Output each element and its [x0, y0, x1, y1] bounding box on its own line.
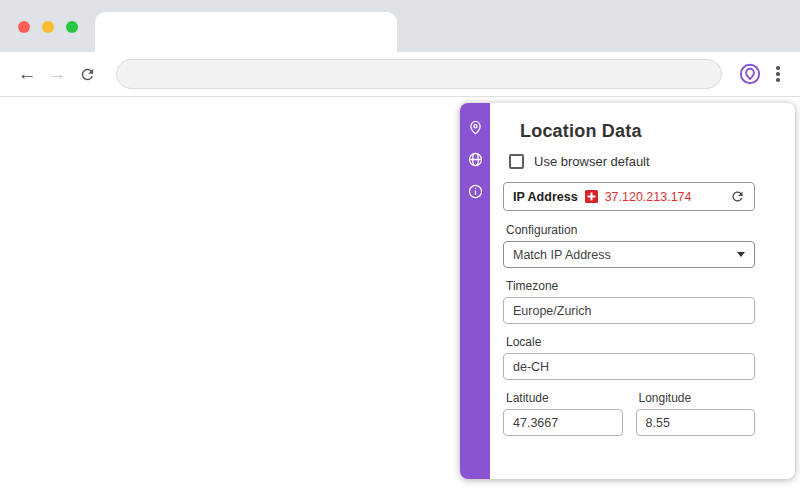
popup-sidebar	[460, 103, 490, 479]
info-icon[interactable]	[467, 183, 484, 200]
locale-input[interactable]	[503, 353, 755, 380]
address-bar[interactable]	[116, 59, 722, 89]
popup-body: Location Data Use browser default IP Add…	[490, 103, 795, 479]
timezone-input[interactable]	[503, 297, 755, 324]
ip-address-value: 37.120.213.174	[605, 190, 692, 204]
location-pin-icon[interactable]	[467, 119, 484, 136]
coordinates-row: Latitude Longitude	[503, 391, 755, 447]
ip-address-box: IP Address 37.120.213.174	[503, 182, 755, 211]
back-button[interactable]: ←	[12, 59, 42, 89]
location-extension-icon[interactable]	[736, 60, 764, 88]
reload-icon	[79, 66, 96, 83]
reload-button[interactable]	[72, 59, 102, 89]
ip-address-label: IP Address	[513, 190, 578, 204]
longitude-field: Longitude	[636, 391, 756, 447]
refresh-ip-icon[interactable]	[730, 189, 745, 204]
latitude-field: Latitude	[503, 391, 623, 447]
globe-icon[interactable]	[467, 151, 484, 168]
configuration-select[interactable]: Match IP Address	[503, 241, 755, 268]
window-titlebar	[0, 0, 800, 52]
use-browser-default-checkbox[interactable]	[509, 154, 524, 169]
longitude-input[interactable]	[636, 409, 756, 436]
locale-field: Locale	[503, 335, 755, 380]
latitude-label: Latitude	[506, 391, 623, 405]
popup-title: Location Data	[520, 121, 755, 142]
configuration-field: Configuration Match IP Address	[503, 223, 755, 268]
browser-tab[interactable]	[95, 12, 397, 52]
browser-window: ← →	[0, 0, 800, 500]
longitude-label: Longitude	[639, 391, 756, 405]
use-browser-default-row: Use browser default	[509, 154, 755, 169]
traffic-lights	[18, 21, 78, 33]
browser-menu-icon[interactable]	[768, 60, 788, 88]
locale-label: Locale	[506, 335, 755, 349]
location-extension-popup: Location Data Use browser default IP Add…	[460, 103, 795, 479]
timezone-label: Timezone	[506, 279, 755, 293]
close-window-button[interactable]	[18, 21, 30, 33]
timezone-field: Timezone	[503, 279, 755, 324]
chevron-down-icon	[737, 252, 745, 257]
swiss-flag-icon	[585, 190, 598, 203]
maximize-window-button[interactable]	[66, 21, 78, 33]
forward-button[interactable]: →	[42, 59, 72, 89]
configuration-label: Configuration	[506, 223, 755, 237]
browser-toolbar: ← →	[0, 52, 800, 97]
latitude-input[interactable]	[503, 409, 623, 436]
use-browser-default-label: Use browser default	[534, 154, 650, 169]
minimize-window-button[interactable]	[42, 21, 54, 33]
configuration-value: Match IP Address	[513, 248, 611, 262]
page-content: Location Data Use browser default IP Add…	[0, 97, 800, 500]
